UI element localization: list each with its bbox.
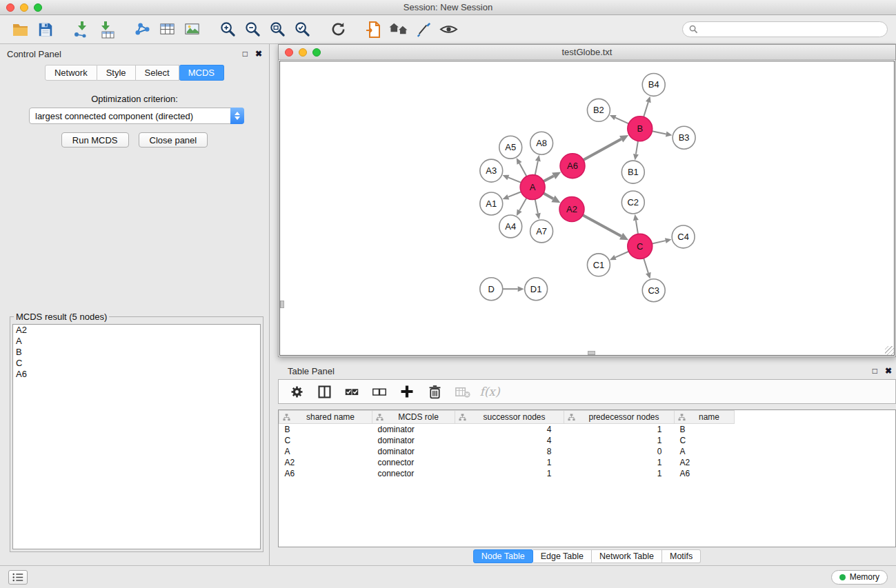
table-row[interactable]: Bdominator41B [279, 424, 896, 435]
network-node-C2[interactable]: C2 [621, 191, 644, 214]
refresh-button[interactable] [326, 18, 350, 41]
table-cell[interactable]: A [675, 446, 735, 457]
close-window-button[interactable] [6, 3, 14, 12]
table-cell[interactable]: 1 [564, 424, 675, 435]
tab-select[interactable]: Select [136, 65, 179, 81]
column-header-successor-nodes[interactable]: successor nodes [455, 411, 564, 424]
save-session-button[interactable] [33, 18, 58, 41]
tab-node-table[interactable]: Node Table [473, 549, 533, 563]
network-window-titlebar[interactable]: testGlobe.txt [279, 45, 895, 60]
network-node-A[interactable]: A [520, 175, 545, 200]
network-edge-A-A4[interactable] [519, 198, 526, 210]
table-cell[interactable]: 0 [564, 446, 675, 457]
table-cell[interactable]: 1 [564, 468, 675, 479]
network-edge-B-B1[interactable] [636, 141, 638, 154]
mcds-result-item[interactable]: A6 [13, 369, 260, 380]
network-edge-C-C4[interactable] [652, 241, 666, 243]
vertical-scrollbar-notch[interactable] [280, 301, 284, 308]
tab-edge-table[interactable]: Edge Table [533, 549, 592, 563]
table-cell[interactable]: 1 [564, 435, 675, 446]
table-row[interactable]: A6connector11A6 [279, 468, 896, 479]
close-table-panel-icon[interactable]: ✖ [885, 366, 892, 376]
add-column-button[interactable] [396, 381, 418, 402]
network-node-A5[interactable]: A5 [499, 136, 522, 159]
table-cell[interactable]: A6 [675, 468, 735, 479]
optimization-criterion-dropdown[interactable]: largest connected component (directed) [29, 108, 244, 124]
table-cell[interactable]: connector [372, 468, 455, 479]
network-edge-A2-C[interactable] [583, 215, 621, 236]
export-image-button[interactable] [179, 18, 204, 41]
window-resize-grip[interactable] [885, 346, 894, 355]
mcds-result-list[interactable]: A2ABCA6 [12, 324, 261, 549]
table-cell[interactable]: dominator [372, 446, 455, 457]
horizontal-scrollbar-notch[interactable] [588, 351, 595, 355]
network-node-C3[interactable]: C3 [642, 279, 665, 302]
network-edge-A-A5[interactable] [519, 163, 526, 176]
open-document-button[interactable] [361, 18, 386, 41]
float-panel-icon[interactable]: □ [243, 49, 248, 59]
network-edge-C-C1[interactable] [615, 252, 628, 258]
minimize-network-window-button[interactable] [299, 48, 307, 57]
table-cell[interactable]: C [675, 435, 735, 446]
tab-mcds[interactable]: MCDS [179, 65, 224, 81]
table-cell[interactable]: A6 [279, 468, 372, 479]
network-edge-B-B4[interactable] [644, 102, 648, 116]
minimize-window-button[interactable] [20, 3, 28, 12]
network-node-A1[interactable]: A1 [480, 192, 503, 215]
style-brush-button[interactable] [411, 18, 436, 41]
network-node-A2[interactable]: A2 [559, 197, 584, 222]
column-header-shared-name[interactable]: shared name [279, 411, 372, 424]
network-node-A3[interactable]: A3 [480, 159, 503, 182]
network-node-A4[interactable]: A4 [499, 215, 522, 238]
table-cell[interactable]: dominator [372, 424, 455, 435]
close-panel-icon[interactable]: ✖ [255, 49, 262, 59]
network-canvas[interactable]: B4B2BB3A8A5A6B1A3AC2A1A2A4A7C4CC1C3DD1 [280, 61, 894, 355]
table-cell[interactable]: B [279, 424, 372, 435]
table-row[interactable]: Cdominator41C [279, 435, 896, 446]
tab-network[interactable]: Network [45, 65, 97, 81]
show-hide-button[interactable] [436, 18, 461, 41]
zoom-network-window-button[interactable] [312, 48, 321, 57]
new-table-button[interactable] [155, 18, 179, 41]
network-edge-A6-B[interactable] [584, 139, 621, 160]
network-node-A7[interactable]: A7 [530, 220, 553, 243]
network-edge-A-A6[interactable] [544, 176, 554, 181]
network-node-B1[interactable]: B1 [621, 161, 644, 183]
table-cell[interactable]: A2 [279, 457, 372, 468]
close-network-window-button[interactable] [285, 48, 293, 57]
network-edge-A-A2[interactable] [544, 193, 553, 199]
table-row[interactable]: A2connector11A2 [279, 457, 896, 468]
table-cell[interactable]: 1 [564, 457, 675, 468]
table-cell[interactable]: A [279, 446, 372, 457]
network-edge-A-A7[interactable] [535, 199, 538, 213]
open-session-button[interactable] [8, 18, 33, 41]
table-cell[interactable]: A2 [675, 457, 735, 468]
import-table-button[interactable] [94, 18, 119, 41]
network-node-C[interactable]: C [628, 234, 653, 258]
zoom-selected-button[interactable] [290, 18, 315, 41]
table-cell[interactable]: connector [372, 457, 455, 468]
table-cell[interactable]: B [675, 424, 735, 435]
tab-network-table[interactable]: Network Table [592, 549, 662, 563]
select-all-button[interactable] [341, 381, 363, 402]
network-edge-B-B3[interactable] [652, 131, 666, 134]
table-row[interactable]: Adominator80A [279, 446, 896, 457]
memory-button[interactable]: Memory [831, 570, 888, 585]
deselect-all-button[interactable] [368, 381, 390, 402]
network-node-B3[interactable]: B3 [673, 126, 695, 149]
network-edge-C-C2[interactable] [636, 221, 638, 234]
column-header-predecessor-nodes[interactable]: predecessor nodes [564, 411, 675, 424]
new-network-button[interactable] [130, 18, 155, 41]
table-cell[interactable]: 8 [455, 446, 564, 457]
close-panel-button[interactable]: Close panel [139, 132, 208, 148]
network-node-C1[interactable]: C1 [587, 254, 610, 276]
network-edge-C-C3[interactable] [644, 258, 648, 273]
run-mcds-button[interactable]: Run MCDS [61, 132, 129, 148]
function-builder-button[interactable]: f(x) [479, 381, 501, 402]
delete-column-button[interactable] [424, 381, 446, 402]
network-node-A8[interactable]: A8 [530, 132, 553, 154]
zoom-out-button[interactable] [240, 18, 265, 41]
delete-table-button[interactable] [451, 381, 473, 402]
mcds-result-item[interactable]: A [13, 336, 260, 347]
tab-motifs[interactable]: Motifs [662, 549, 701, 563]
